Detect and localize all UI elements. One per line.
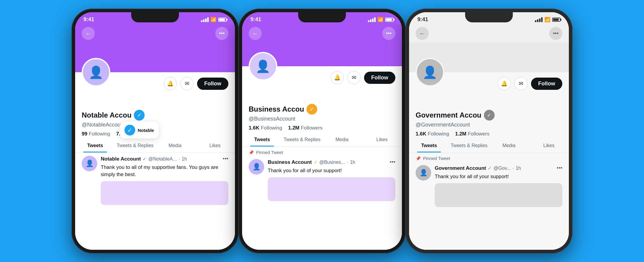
- tweet-row-notable: 👤 Notable Account ✓ @NotableA... · 1h ••…: [75, 153, 235, 208]
- notch-business: [298, 12, 346, 22]
- tab-likes-government[interactable]: Likes: [529, 139, 569, 152]
- phone-bezel-business: 9:41 📶: [239, 9, 405, 253]
- screen-content-business: 9:41 📶: [242, 12, 402, 250]
- avatar-person-icon-business: 👤: [256, 59, 270, 73]
- header-bar-notable: ← •••: [75, 24, 235, 42]
- tweet-badge-government: ✓: [488, 165, 492, 171]
- phone-screen-notable: 9:41 📶: [75, 12, 235, 250]
- stats-row-government: 1.6K Following 1.2M Followers: [416, 131, 562, 137]
- signal-bar-1: [201, 20, 202, 22]
- signal-bar-3b: [372, 19, 374, 22]
- status-icons-notable: 📶: [201, 17, 227, 22]
- tweet-row-government: 👤 Government Account ✓ @Gov... · 1h •••: [409, 162, 569, 210]
- followers-stat-government[interactable]: 1.2M Followers: [455, 131, 489, 137]
- tab-replies-notable[interactable]: Tweets & Replies: [115, 139, 155, 152]
- display-name-notable: Notable Accou: [82, 111, 131, 119]
- tab-tweets-government[interactable]: Tweets: [409, 139, 449, 152]
- follow-button-business[interactable]: Follow: [364, 72, 395, 84]
- pinned-text-government: Pinned Tweet: [423, 156, 450, 161]
- tab-likes-business[interactable]: Likes: [362, 133, 402, 147]
- signal-bar-1g: [535, 20, 536, 22]
- header-bar-government: ← •••: [409, 24, 569, 42]
- signal-bar-3g: [539, 19, 541, 22]
- notification-button-business[interactable]: 🔔: [331, 71, 344, 84]
- avatar-container-government: 👤: [416, 58, 444, 87]
- followers-stat-business[interactable]: 1.2M Followers: [288, 125, 322, 131]
- follow-button-government[interactable]: Follow: [531, 78, 562, 90]
- back-button-notable[interactable]: ←: [82, 27, 95, 40]
- back-button-business[interactable]: ←: [249, 27, 262, 40]
- tweet-handle-notable: @NotableA...: [148, 156, 177, 162]
- back-button-government[interactable]: ←: [416, 27, 429, 40]
- notification-button-government[interactable]: 🔔: [498, 77, 511, 90]
- tweet-time-sep-business: ·: [347, 160, 348, 165]
- avatar-notable: 👤: [82, 58, 110, 87]
- tweet-name-business: Business Account: [268, 159, 312, 165]
- more-button-business[interactable]: •••: [382, 27, 395, 40]
- handle-business: @BusinessAccount: [249, 116, 395, 122]
- phone-bezel-notable: 9:41 📶: [72, 9, 239, 253]
- pin-icon-government: 📌: [416, 156, 421, 161]
- gold-badge-business: ✓: [306, 104, 317, 115]
- avatar-business: 👤: [249, 52, 277, 81]
- message-button-government[interactable]: ✉: [514, 77, 527, 90]
- tweet-text-notable: Thank you to all of my supportive fans. …: [101, 164, 228, 178]
- message-button-business[interactable]: ✉: [347, 71, 360, 84]
- following-stat-government[interactable]: 1.6K Following: [416, 131, 449, 137]
- tweet-header-business: Business Account ✓ @Busines... · 1h •••: [268, 159, 395, 165]
- phone-screen-business: 9:41 📶: [242, 12, 402, 250]
- following-num-government: 1.6K: [416, 131, 426, 137]
- tab-media-government[interactable]: Media: [489, 139, 529, 152]
- tweet-header-notable: Notable Account ✓ @NotableA... · 1h •••: [101, 156, 228, 162]
- signal-bar-2g: [537, 19, 538, 22]
- following-stat-notable[interactable]: 99 Following: [82, 131, 110, 137]
- followers-num-government: 1.2M: [455, 131, 466, 137]
- status-time-notable: 9:41: [83, 16, 94, 23]
- follow-button-notable[interactable]: Follow: [197, 78, 228, 90]
- wifi-icon-notable: 📶: [210, 17, 216, 22]
- tweet-time-notable: ·: [179, 156, 180, 162]
- name-row-business: Business Accou ✓: [249, 104, 395, 115]
- tweet-more-notable[interactable]: •••: [223, 156, 228, 162]
- tabs-row-business: Tweets Tweets & Replies Media Likes: [242, 133, 402, 147]
- message-button-notable[interactable]: ✉: [180, 77, 193, 90]
- following-num-notable: 99: [82, 131, 87, 137]
- following-num-business: 1.6K: [249, 125, 259, 131]
- tweet-header-government: Government Account ✓ @Gov... · 1h •••: [435, 165, 562, 171]
- tabs-row-government: Tweets Tweets & Replies Media Likes: [409, 139, 569, 153]
- tweet-handle-business: @Busines...: [319, 160, 345, 165]
- tab-replies-business[interactable]: Tweets & Replies: [282, 133, 322, 147]
- more-button-government[interactable]: •••: [549, 27, 562, 40]
- tweet-content-government: Government Account ✓ @Gov... · 1h ••• Th…: [435, 165, 562, 207]
- status-icons-business: 📶: [368, 17, 394, 22]
- profile-info-government: 👤 🔔 ✉ Follow Government Accou ✓ @Gov: [409, 72, 569, 139]
- tweet-text-business: Thank you for all of your support!: [268, 167, 395, 174]
- signal-bar-1b: [368, 20, 369, 22]
- notification-button-notable[interactable]: 🔔: [164, 77, 177, 90]
- more-button-notable[interactable]: •••: [215, 27, 228, 40]
- tab-likes-notable[interactable]: Likes: [195, 139, 235, 152]
- following-stat-business[interactable]: 1.6K Following: [249, 125, 282, 131]
- stats-row-business: 1.6K Following 1.2M Followers: [249, 125, 395, 131]
- notch-government: [465, 12, 513, 22]
- tab-replies-government[interactable]: Tweets & Replies: [449, 139, 489, 152]
- tab-tweets-business[interactable]: Tweets: [242, 133, 282, 147]
- tweet-image-business: [268, 177, 395, 201]
- battery-icon-government: [552, 18, 561, 22]
- display-name-business: Business Accou: [249, 105, 304, 113]
- tweet-time-val-notable: 1h: [182, 156, 187, 162]
- tweet-name-government: Government Account: [435, 165, 486, 171]
- tweet-avatar-government: 👤: [416, 165, 431, 181]
- tab-media-notable[interactable]: Media: [155, 139, 195, 152]
- tabs-row-notable: Tweets Tweets & Replies Media Likes: [75, 139, 235, 153]
- tab-tweets-notable[interactable]: Tweets: [75, 139, 115, 152]
- avatar-person-icon-notable: 👤: [89, 65, 103, 79]
- handle-government: @GovernmentAccount: [416, 122, 562, 128]
- battery-fill-business: [386, 19, 392, 21]
- tab-media-business[interactable]: Media: [322, 133, 362, 147]
- tweet-more-business[interactable]: •••: [390, 159, 395, 165]
- phone-business: 9:41 📶: [239, 9, 405, 253]
- tweet-more-government[interactable]: •••: [557, 165, 562, 171]
- status-time-government: 9:41: [417, 16, 428, 23]
- signal-bar-2b: [370, 19, 371, 22]
